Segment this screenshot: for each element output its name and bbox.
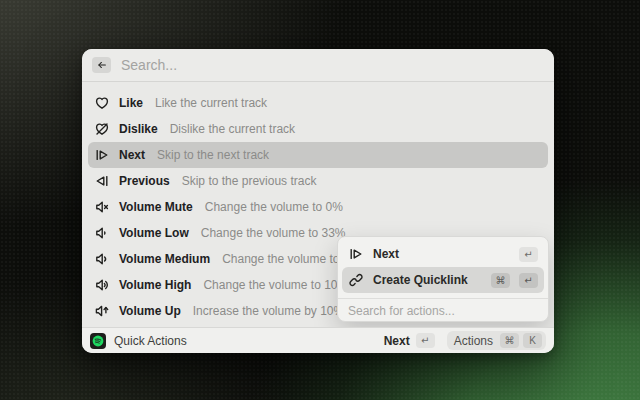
footer-primary-action[interactable]: Next (384, 334, 410, 348)
list-item-title: Volume High (119, 278, 191, 292)
speaker-up-icon (94, 303, 110, 319)
list-item-title: Volume Mute (119, 200, 193, 214)
list-item-next[interactable]: Next Skip to the next track (88, 142, 548, 168)
speaker-medium-icon (94, 251, 110, 267)
footer-bar: Quick Actions Next ↵ Actions ⌘ K (82, 327, 554, 353)
list-item-subtitle: Change the volume to 100% (203, 278, 354, 292)
actions-search (338, 299, 548, 323)
action-item-label: Next (373, 247, 399, 261)
speaker-low-icon (94, 225, 110, 241)
command-key-badge: ⌘ (500, 333, 519, 348)
list-item-subtitle: Dislike the current track (170, 122, 295, 136)
action-item-next[interactable]: Next ↵ (342, 241, 544, 267)
actions-panel-list: Next ↵ Create Quicklink ⌘ ↵ (338, 237, 548, 297)
arrow-left-icon (96, 59, 108, 71)
app-label: Quick Actions (114, 334, 187, 348)
list-item-title: Volume Low (119, 226, 189, 240)
return-key-badge: ↵ (519, 247, 538, 262)
list-item-subtitle: Increase the volume by 10% (193, 304, 344, 318)
heart-slash-icon (94, 121, 110, 137)
list-item-title: Previous (119, 174, 170, 188)
action-item-label: Create Quicklink (373, 273, 468, 287)
search-input[interactable] (121, 57, 441, 73)
search-bar (82, 49, 554, 82)
heart-icon (94, 95, 110, 111)
list-item-subtitle: Change the volume to 0% (205, 200, 343, 214)
list-item-title: Next (119, 148, 145, 162)
list-item-dislike[interactable]: Dislike Dislike the current track (88, 116, 548, 142)
actions-button-label: Actions (454, 334, 493, 348)
list-item-volume-mute[interactable]: Volume Mute Change the volume to 0% (88, 194, 548, 220)
spotify-icon (90, 333, 106, 349)
list-item-title: Volume Medium (119, 252, 210, 266)
command-palette-window: Like Like the current track Dislike Disl… (82, 49, 554, 353)
list-item-subtitle: Change the volume to 33% (201, 226, 346, 240)
list-item-previous[interactable]: Previous Skip to the previous track (88, 168, 548, 194)
list-item-title: Volume Up (119, 304, 181, 318)
skip-forward-icon (348, 246, 364, 262)
list-item-subtitle: Skip to the previous track (182, 174, 317, 188)
return-key-badge: ↵ (519, 273, 538, 288)
list-item-title: Dislike (119, 122, 158, 136)
back-button[interactable] (92, 57, 111, 73)
actions-panel: Next ↵ Create Quicklink ⌘ ↵ (337, 236, 549, 322)
link-icon (348, 272, 364, 288)
k-key-badge: K (523, 333, 542, 348)
speaker-high-icon (94, 277, 110, 293)
command-key-badge: ⌘ (491, 273, 510, 288)
list-item-like[interactable]: Like Like the current track (88, 90, 548, 116)
actions-search-input[interactable] (348, 304, 538, 318)
list-item-subtitle: Skip to the next track (157, 148, 269, 162)
action-item-create-quicklink[interactable]: Create Quicklink ⌘ ↵ (342, 267, 544, 293)
return-key-badge: ↵ (416, 333, 435, 348)
skip-forward-icon (94, 147, 110, 163)
skip-back-icon (94, 173, 110, 189)
actions-button[interactable]: Actions ⌘ K (447, 331, 546, 350)
list-item-subtitle: Like the current track (155, 96, 267, 110)
speaker-mute-icon (94, 199, 110, 215)
list-item-title: Like (119, 96, 143, 110)
